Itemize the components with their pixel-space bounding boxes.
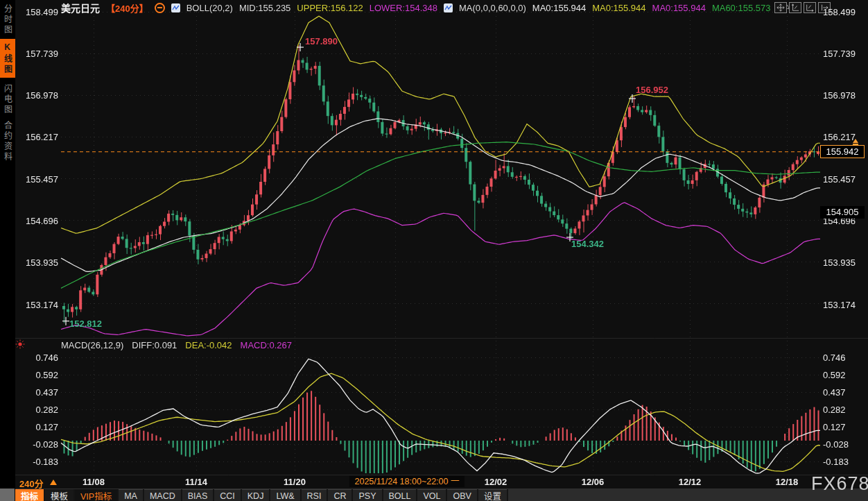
candlestick-chart-canvas[interactable]	[0, 0, 868, 501]
macd-axis-label: 0.127	[17, 422, 58, 432]
ma0-value-magenta: MA0:155.944	[652, 3, 706, 13]
macd-axis-label: -0.028	[17, 439, 58, 450]
selected-candle-time-label: 2025/11/24 18:00~22:00 一	[349, 476, 465, 487]
axis-scale-left-icon[interactable]	[789, 2, 801, 13]
macd-title: MACD(26,12,9)	[61, 340, 123, 350]
indicator-button-cr[interactable]: CR	[328, 489, 351, 501]
settings-button[interactable]: 设置	[478, 489, 507, 501]
indicator-button-rsi[interactable]: RSI	[302, 489, 327, 501]
timeframe-label: 【240分】	[106, 1, 148, 15]
boll-indicator-icon[interactable]	[171, 3, 180, 12]
macd-axis-label: 0.282	[823, 405, 865, 415]
current-price-tag: 155.942	[820, 145, 865, 158]
macd-header: MACD(26,12,9) DIFF:0.091 DEA:-0.042 MACD…	[61, 340, 292, 350]
sidebar-item-contract-info[interactable]: 合约资料	[0, 119, 15, 164]
macd-axis-label: 0.592	[823, 370, 865, 380]
macd-axis-label: -0.183	[17, 457, 58, 467]
sidebar-item-timeline[interactable]: 分时图	[0, 3, 15, 35]
settle-price-tag: 154.905	[820, 206, 865, 219]
symbol-name: 美元日元	[61, 1, 100, 15]
price-axis-label: 156.978	[17, 90, 58, 101]
price-axis-label: 157.739	[823, 49, 865, 59]
indicator-button-psy[interactable]: PSY	[353, 489, 381, 501]
macd-axis-label: 0.592	[17, 370, 58, 380]
ma0-value-yellow: MA0:155.944	[592, 3, 645, 13]
sidebar-item-flash-chart[interactable]: 闪电图	[0, 83, 15, 116]
price-axis-label: 157.739	[17, 49, 58, 59]
high-price-annotation: 156.952	[636, 85, 668, 95]
price-axis-label: 153.174	[17, 300, 58, 310]
resize-corner-handle[interactable]	[0, 489, 15, 501]
boll-label: BOLL(20,2)	[186, 3, 233, 13]
tab-indicators[interactable]: 指标	[15, 489, 44, 501]
fx678-watermark: FX678	[811, 473, 868, 495]
low-price-annotation: 154.342	[571, 239, 604, 249]
ma60-value: MA60:155.573	[712, 3, 771, 13]
axis-scale-right-icon[interactable]	[804, 2, 816, 13]
price-axis-label: 155.457	[823, 174, 865, 185]
price-axis-label: 153.935	[823, 257, 865, 268]
indicator-settings-icon[interactable]	[15, 339, 25, 349]
indicator-button-ma[interactable]: MA	[119, 489, 143, 501]
indicator-button-boll[interactable]: BOLL	[383, 489, 417, 501]
chart-tool-icons	[774, 2, 831, 13]
sidebar-item-kline[interactable]: K线图	[0, 39, 15, 78]
indicator-button-lw[interactable]: LW&	[270, 489, 300, 501]
period-up-icon[interactable]	[50, 479, 57, 485]
macd-axis-label: 0.437	[823, 387, 865, 398]
macd-axis-label: -0.183	[823, 457, 865, 467]
x-axis-label: 12/12	[679, 477, 702, 487]
macd-axis-label: 0.746	[823, 353, 865, 363]
x-axis-label: 12/02	[485, 477, 507, 487]
price-axis-label: 158.499	[17, 7, 58, 17]
tab-templates[interactable]: 模板	[45, 489, 73, 501]
kline-chart-app: 分时图 K线图 闪电图 合约资料 美元日元 【240分】 BOLL(20,2) …	[0, 0, 868, 501]
macd-axis-label: 0.746	[17, 353, 58, 363]
indicator-button-vol[interactable]: VOL	[417, 489, 446, 501]
collapse-legend-icon[interactable]	[155, 3, 165, 13]
price-axis-label: 153.935	[17, 257, 58, 268]
ma0-value-white: MA0:155.944	[532, 3, 586, 13]
x-axis-label: 12/06	[582, 477, 605, 487]
ma-indicator-icon[interactable]	[444, 3, 453, 12]
chart-legend: 美元日元 【240分】 BOLL(20,2) MID:155.235 UPPER…	[61, 2, 798, 13]
macd-axis-label: 0.127	[823, 422, 865, 432]
indicator-button-kdj[interactable]: KDJ	[242, 489, 270, 501]
x-axis-label: 11/14	[185, 477, 207, 487]
macd-dea-value: DEA:-0.042	[185, 340, 232, 350]
price-axis-label: 156.978	[823, 90, 865, 101]
macd-macd-value: MACD:0.267	[241, 340, 292, 350]
indicator-button-obv[interactable]: OBV	[447, 489, 476, 501]
tab-vip-indicators[interactable]: VIP指标	[75, 489, 117, 501]
macd-axis-label: 0.282	[17, 405, 58, 415]
macd-diff-value: DIFF:0.091	[132, 340, 177, 350]
price-axis-label: 154.696	[17, 216, 58, 226]
price-axis-label: 156.217	[17, 132, 58, 142]
price-axis-label: 156.217	[823, 132, 865, 142]
price-axis-label: 155.457	[17, 174, 58, 185]
x-axis-label: 12/18	[776, 477, 799, 487]
indicator-button-cci[interactable]: CCI	[214, 489, 241, 501]
x-axis-label: 11/08	[83, 477, 105, 487]
indicator-button-bias[interactable]: BIAS	[182, 489, 214, 501]
price-marker-icon	[853, 139, 858, 143]
move-crosshair-icon[interactable]	[774, 2, 787, 13]
high-price-annotation: 157.890	[305, 36, 338, 46]
boll-lower-value: LOWER:154.348	[370, 3, 437, 13]
left-sidebar: 分时图 K线图 闪电图 合约资料	[0, 0, 15, 501]
ma-group-label: MA(0,0,0,60,0,0)	[459, 3, 526, 13]
x-axis-label: 11/20	[284, 477, 306, 487]
price-axis-label: 153.174	[823, 300, 865, 310]
indicator-button-macd[interactable]: MACD	[144, 489, 181, 501]
boll-mid-value: MID:155.235	[239, 3, 290, 13]
boll-upper-value: UPPER:156.122	[297, 3, 363, 13]
macd-axis-label: 0.437	[17, 387, 58, 398]
low-price-annotation: 152.812	[69, 319, 102, 329]
price-axis-label: 158.499	[823, 7, 865, 17]
macd-axis-label: -0.028	[823, 439, 865, 450]
indicator-toolbar: 指标 模板 VIP指标 MA MACD BIAS CCI KDJ LW& RSI…	[15, 489, 868, 501]
